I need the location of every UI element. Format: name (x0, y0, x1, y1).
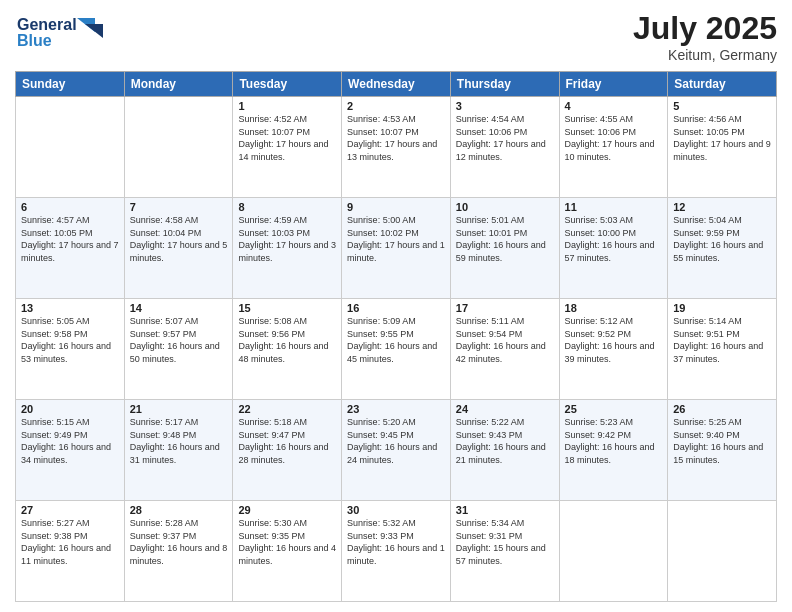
daylight-text: Daylight: 16 hours and 8 minutes. (130, 543, 228, 566)
sunrise-text: Sunrise: 5:07 AM (130, 316, 199, 326)
sunset-text: Sunset: 9:40 PM (673, 430, 740, 440)
day-number: 26 (673, 403, 771, 415)
calendar-cell: 31 Sunrise: 5:34 AM Sunset: 9:31 PM Dayl… (450, 501, 559, 602)
header: General Blue July 2025 Keitum, Germany (15, 10, 777, 63)
day-number: 25 (565, 403, 663, 415)
calendar-cell: 23 Sunrise: 5:20 AM Sunset: 9:45 PM Dayl… (342, 400, 451, 501)
day-info: Sunrise: 4:54 AM Sunset: 10:06 PM Daylig… (456, 113, 554, 163)
day-number: 7 (130, 201, 228, 213)
sunset-text: Sunset: 9:48 PM (130, 430, 197, 440)
day-number: 1 (238, 100, 336, 112)
daylight-text: Daylight: 16 hours and 50 minutes. (130, 341, 220, 364)
day-number: 13 (21, 302, 119, 314)
calendar-cell: 26 Sunrise: 5:25 AM Sunset: 9:40 PM Dayl… (668, 400, 777, 501)
calendar-cell: 17 Sunrise: 5:11 AM Sunset: 9:54 PM Dayl… (450, 299, 559, 400)
day-number: 22 (238, 403, 336, 415)
daylight-text: Daylight: 16 hours and 42 minutes. (456, 341, 546, 364)
day-number: 27 (21, 504, 119, 516)
calendar-cell: 18 Sunrise: 5:12 AM Sunset: 9:52 PM Dayl… (559, 299, 668, 400)
sunset-text: Sunset: 9:54 PM (456, 329, 523, 339)
sunrise-text: Sunrise: 5:27 AM (21, 518, 90, 528)
sunrise-text: Sunrise: 5:03 AM (565, 215, 634, 225)
sunrise-text: Sunrise: 5:08 AM (238, 316, 307, 326)
daylight-text: Daylight: 16 hours and 45 minutes. (347, 341, 437, 364)
daylight-text: Daylight: 16 hours and 55 minutes. (673, 240, 763, 263)
daylight-text: Daylight: 16 hours and 4 minutes. (238, 543, 336, 566)
sunset-text: Sunset: 9:58 PM (21, 329, 88, 339)
day-number: 15 (238, 302, 336, 314)
day-info: Sunrise: 5:01 AM Sunset: 10:01 PM Daylig… (456, 214, 554, 264)
day-info: Sunrise: 5:07 AM Sunset: 9:57 PM Dayligh… (130, 315, 228, 365)
sunrise-text: Sunrise: 5:32 AM (347, 518, 416, 528)
daylight-text: Daylight: 17 hours and 7 minutes. (21, 240, 119, 263)
calendar-cell: 6 Sunrise: 4:57 AM Sunset: 10:05 PM Dayl… (16, 198, 125, 299)
sunset-text: Sunset: 10:04 PM (130, 228, 202, 238)
weekday-header: Thursday (450, 72, 559, 97)
sunset-text: Sunset: 9:59 PM (673, 228, 740, 238)
day-info: Sunrise: 5:32 AM Sunset: 9:33 PM Dayligh… (347, 517, 445, 567)
day-info: Sunrise: 5:09 AM Sunset: 9:55 PM Dayligh… (347, 315, 445, 365)
sunset-text: Sunset: 10:05 PM (673, 127, 745, 137)
calendar-cell: 16 Sunrise: 5:09 AM Sunset: 9:55 PM Dayl… (342, 299, 451, 400)
calendar-cell: 7 Sunrise: 4:58 AM Sunset: 10:04 PM Dayl… (124, 198, 233, 299)
calendar-cell: 10 Sunrise: 5:01 AM Sunset: 10:01 PM Day… (450, 198, 559, 299)
daylight-text: Daylight: 17 hours and 12 minutes. (456, 139, 546, 162)
day-info: Sunrise: 5:28 AM Sunset: 9:37 PM Dayligh… (130, 517, 228, 567)
calendar-cell: 25 Sunrise: 5:23 AM Sunset: 9:42 PM Dayl… (559, 400, 668, 501)
day-number: 31 (456, 504, 554, 516)
calendar-week-row: 1 Sunrise: 4:52 AM Sunset: 10:07 PM Dayl… (16, 97, 777, 198)
calendar-cell: 21 Sunrise: 5:17 AM Sunset: 9:48 PM Dayl… (124, 400, 233, 501)
day-info: Sunrise: 5:23 AM Sunset: 9:42 PM Dayligh… (565, 416, 663, 466)
sunrise-text: Sunrise: 4:52 AM (238, 114, 307, 124)
daylight-text: Daylight: 16 hours and 57 minutes. (565, 240, 655, 263)
sunrise-text: Sunrise: 5:14 AM (673, 316, 742, 326)
weekday-header: Wednesday (342, 72, 451, 97)
sunrise-text: Sunrise: 4:56 AM (673, 114, 742, 124)
sunrise-text: Sunrise: 4:53 AM (347, 114, 416, 124)
day-info: Sunrise: 5:30 AM Sunset: 9:35 PM Dayligh… (238, 517, 336, 567)
calendar-cell: 28 Sunrise: 5:28 AM Sunset: 9:37 PM Dayl… (124, 501, 233, 602)
calendar-table: SundayMondayTuesdayWednesdayThursdayFrid… (15, 71, 777, 602)
day-number: 3 (456, 100, 554, 112)
sunrise-text: Sunrise: 5:22 AM (456, 417, 525, 427)
day-info: Sunrise: 5:04 AM Sunset: 9:59 PM Dayligh… (673, 214, 771, 264)
daylight-text: Daylight: 16 hours and 34 minutes. (21, 442, 111, 465)
sunrise-text: Sunrise: 4:58 AM (130, 215, 199, 225)
day-info: Sunrise: 5:25 AM Sunset: 9:40 PM Dayligh… (673, 416, 771, 466)
sunset-text: Sunset: 10:07 PM (347, 127, 419, 137)
sunrise-text: Sunrise: 5:05 AM (21, 316, 90, 326)
svg-text:Blue: Blue (17, 32, 52, 49)
sunrise-text: Sunrise: 5:04 AM (673, 215, 742, 225)
sunrise-text: Sunrise: 5:23 AM (565, 417, 634, 427)
day-info: Sunrise: 5:00 AM Sunset: 10:02 PM Daylig… (347, 214, 445, 264)
calendar-cell: 20 Sunrise: 5:15 AM Sunset: 9:49 PM Dayl… (16, 400, 125, 501)
calendar-cell: 29 Sunrise: 5:30 AM Sunset: 9:35 PM Dayl… (233, 501, 342, 602)
sunset-text: Sunset: 9:33 PM (347, 531, 414, 541)
sunset-text: Sunset: 9:45 PM (347, 430, 414, 440)
sunrise-text: Sunrise: 4:54 AM (456, 114, 525, 124)
sunset-text: Sunset: 9:49 PM (21, 430, 88, 440)
daylight-text: Daylight: 17 hours and 1 minute. (347, 240, 445, 263)
day-info: Sunrise: 5:22 AM Sunset: 9:43 PM Dayligh… (456, 416, 554, 466)
sunset-text: Sunset: 10:05 PM (21, 228, 93, 238)
day-info: Sunrise: 5:20 AM Sunset: 9:45 PM Dayligh… (347, 416, 445, 466)
sunset-text: Sunset: 9:38 PM (21, 531, 88, 541)
calendar-cell: 3 Sunrise: 4:54 AM Sunset: 10:06 PM Dayl… (450, 97, 559, 198)
calendar-cell: 14 Sunrise: 5:07 AM Sunset: 9:57 PM Dayl… (124, 299, 233, 400)
daylight-text: Daylight: 17 hours and 10 minutes. (565, 139, 655, 162)
sunset-text: Sunset: 9:31 PM (456, 531, 523, 541)
day-number: 4 (565, 100, 663, 112)
day-info: Sunrise: 4:58 AM Sunset: 10:04 PM Daylig… (130, 214, 228, 264)
day-info: Sunrise: 5:18 AM Sunset: 9:47 PM Dayligh… (238, 416, 336, 466)
sunset-text: Sunset: 10:00 PM (565, 228, 637, 238)
day-number: 5 (673, 100, 771, 112)
daylight-text: Daylight: 16 hours and 31 minutes. (130, 442, 220, 465)
daylight-text: Daylight: 16 hours and 1 minute. (347, 543, 445, 566)
calendar-cell: 4 Sunrise: 4:55 AM Sunset: 10:06 PM Dayl… (559, 97, 668, 198)
daylight-text: Daylight: 17 hours and 3 minutes. (238, 240, 336, 263)
calendar-cell: 5 Sunrise: 4:56 AM Sunset: 10:05 PM Dayl… (668, 97, 777, 198)
sunset-text: Sunset: 9:51 PM (673, 329, 740, 339)
weekday-header: Monday (124, 72, 233, 97)
day-number: 14 (130, 302, 228, 314)
day-info: Sunrise: 4:53 AM Sunset: 10:07 PM Daylig… (347, 113, 445, 163)
